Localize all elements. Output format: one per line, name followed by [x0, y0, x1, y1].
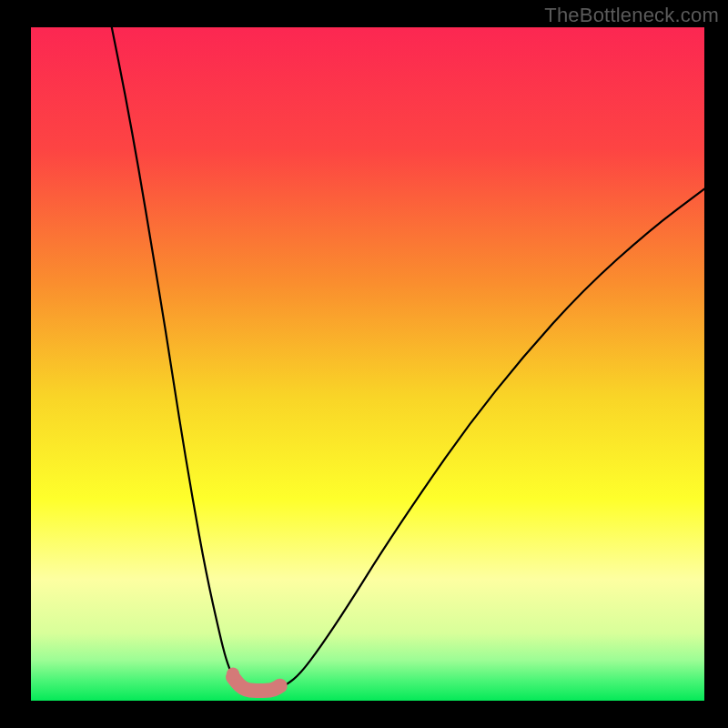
chart-canvas: [31, 27, 704, 701]
plot-area: [31, 27, 704, 701]
chart-container: TheBottleneck.com: [0, 0, 728, 728]
watermark-text: TheBottleneck.com: [544, 4, 719, 27]
